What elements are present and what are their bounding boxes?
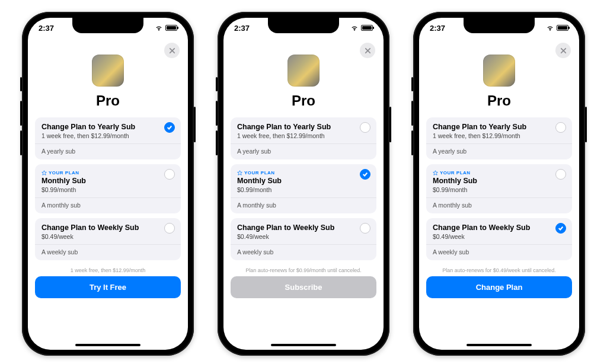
cta-button[interactable]: Subscribe	[231, 276, 376, 298]
status-time: 2:37	[39, 24, 54, 33]
wifi-icon	[155, 24, 163, 32]
plan-option-monthly[interactable]: YOUR PLAN Monthly Sub $0.99/month A mont…	[426, 164, 572, 213]
notch	[464, 18, 535, 33]
plan-option-yearly[interactable]: Change Plan to Yearly Sub 1 week free, t…	[35, 117, 181, 159]
divider	[426, 197, 572, 198]
cta-button[interactable]: Change Plan	[426, 276, 572, 298]
plan-description: A weekly sub	[41, 248, 174, 256]
plan-price: 1 week free, then $12.99/month	[41, 132, 174, 139]
svg-marker-2	[433, 171, 438, 175]
plan-title: Change Plan to Weekly Sub	[41, 223, 174, 232]
svg-marker-1	[238, 171, 242, 175]
plan-option-weekly[interactable]: Change Plan to Weekly Sub $0.49/week A w…	[35, 218, 181, 260]
plan-price: $0.49/week	[41, 233, 174, 240]
battery-icon	[557, 25, 568, 31]
plan-description: A yearly sub	[41, 148, 174, 155]
divider	[35, 244, 181, 245]
radio-unselected-icon[interactable]	[360, 223, 370, 234]
home-indicator	[75, 344, 140, 346]
close-button[interactable]	[360, 43, 375, 58]
radio-unselected-icon[interactable]	[360, 122, 370, 133]
plan-title: Monthly Sub	[41, 177, 174, 185]
page-title: Pro	[292, 92, 315, 109]
screen: 2:37 Pro Change Plan to Yearly Sub	[28, 18, 188, 350]
plan-price: 1 week free, then $12.99/month	[433, 132, 566, 139]
your-plan-badge: YOUR PLAN	[237, 170, 275, 175]
plan-option-yearly[interactable]: Change Plan to Yearly Sub 1 week free, t…	[426, 117, 572, 159]
radio-unselected-icon[interactable]	[164, 169, 175, 180]
plan-description: A yearly sub	[237, 148, 370, 155]
plan-title: Change Plan to Weekly Sub	[433, 223, 566, 232]
cta-footnote: Plan auto-renews for $0.99/month until c…	[231, 267, 376, 273]
plan-title: Monthly Sub	[237, 177, 370, 185]
plan-title: Change Plan to Weekly Sub	[237, 223, 370, 232]
phone-mockup: 2:37 Pro Change Plan to Yearly Sub	[413, 12, 585, 356]
plan-description: A monthly sub	[433, 202, 566, 209]
plan-option-yearly[interactable]: Change Plan to Yearly Sub 1 week free, t…	[231, 117, 376, 159]
radio-selected-icon[interactable]	[164, 122, 175, 133]
plan-option-monthly[interactable]: YOUR PLAN Monthly Sub $0.99/month A mont…	[35, 164, 181, 213]
plan-option-weekly[interactable]: Change Plan to Weekly Sub $0.49/week A w…	[231, 218, 376, 260]
plan-description: A weekly sub	[433, 248, 566, 256]
divider	[35, 143, 181, 144]
divider	[426, 244, 572, 245]
radio-unselected-icon[interactable]	[555, 122, 566, 133]
plan-option-weekly[interactable]: Change Plan to Weekly Sub $0.49/week A w…	[426, 218, 572, 260]
wifi-icon	[546, 24, 554, 32]
divider	[35, 197, 181, 198]
cta-footnote: Plan auto-renews for $0.49/week until ca…	[426, 267, 572, 273]
notch	[72, 18, 143, 33]
status-time: 2:37	[430, 24, 445, 33]
app-icon	[483, 55, 515, 87]
close-button[interactable]	[164, 43, 180, 58]
battery-icon	[165, 25, 177, 31]
plan-description: A yearly sub	[433, 148, 566, 155]
plan-price: $0.49/week	[237, 233, 370, 240]
divider	[231, 244, 376, 245]
plan-price: $0.49/week	[433, 233, 566, 240]
your-plan-badge: YOUR PLAN	[41, 170, 79, 175]
plan-title: Change Plan to Yearly Sub	[433, 123, 566, 131]
phone-mockup: 2:37 Pro Change Plan to Yearly Sub	[22, 12, 194, 356]
your-plan-badge: YOUR PLAN	[433, 170, 471, 175]
close-button[interactable]	[555, 43, 571, 58]
plan-title: Monthly Sub	[433, 177, 566, 185]
screen: 2:37 Pro Change Plan to Yearly Sub	[419, 18, 579, 350]
page-title: Pro	[96, 92, 120, 109]
divider	[231, 197, 376, 198]
screen: 2:37 Pro Change Plan to Yearly Sub	[223, 18, 384, 350]
radio-unselected-icon[interactable]	[555, 169, 566, 180]
app-icon	[92, 55, 124, 87]
wifi-icon	[350, 24, 359, 32]
radio-selected-icon[interactable]	[360, 169, 370, 180]
app-icon	[287, 55, 320, 87]
cta-footnote: 1 week free, then $12.99/month	[35, 267, 181, 273]
home-indicator	[467, 344, 532, 346]
plan-price: $0.99/month	[433, 186, 566, 193]
plan-description: A monthly sub	[237, 202, 370, 209]
plan-description: A weekly sub	[237, 248, 370, 256]
page-title: Pro	[487, 92, 511, 109]
plan-price: $0.99/month	[237, 186, 370, 193]
radio-unselected-icon[interactable]	[164, 223, 175, 234]
phone-mockup: 2:37 Pro Change Plan to Yearly Sub	[218, 12, 389, 356]
plan-description: A monthly sub	[41, 202, 174, 209]
status-time: 2:37	[234, 24, 250, 33]
cta-button[interactable]: Try It Free	[35, 276, 181, 298]
plan-title: Change Plan to Yearly Sub	[41, 123, 174, 131]
plan-title: Change Plan to Yearly Sub	[237, 123, 370, 131]
divider	[426, 143, 572, 144]
radio-selected-icon[interactable]	[555, 223, 566, 234]
svg-marker-0	[42, 171, 47, 175]
plan-price: 1 week free, then $12.99/month	[237, 132, 370, 139]
notch	[268, 18, 339, 33]
divider	[231, 143, 376, 144]
plan-option-monthly[interactable]: YOUR PLAN Monthly Sub $0.99/month A mont…	[231, 164, 376, 213]
home-indicator	[271, 344, 336, 346]
plan-price: $0.99/month	[41, 186, 174, 193]
battery-icon	[361, 25, 373, 31]
